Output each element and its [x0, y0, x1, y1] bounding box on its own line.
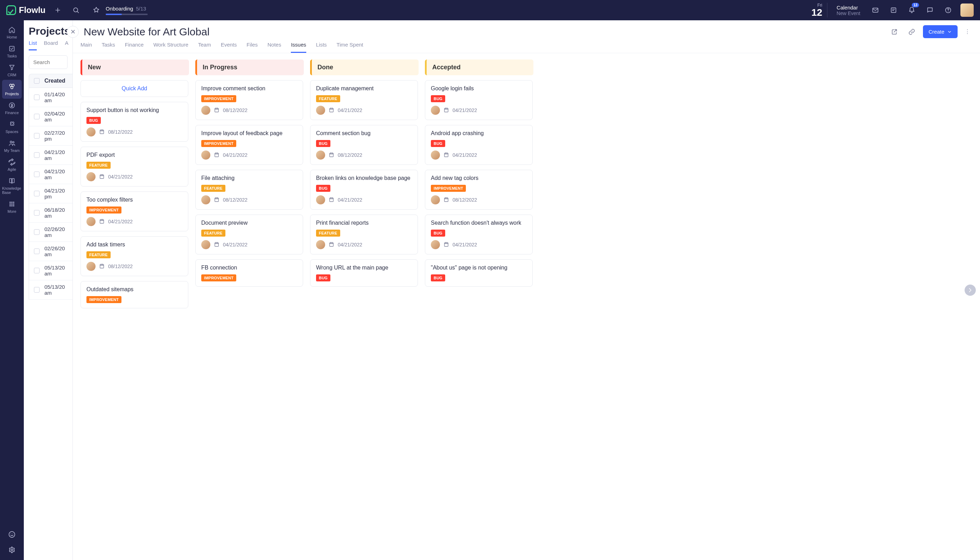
project-list-row[interactable]: 01/14/20am: [29, 88, 72, 107]
project-list-row[interactable]: 06/18/20am: [29, 203, 72, 223]
mail-button[interactable]: [869, 4, 881, 16]
row-checkbox[interactable]: [34, 133, 40, 138]
issue-card[interactable]: FB connectionIMPROVEMENT: [195, 259, 303, 287]
project-list-row[interactable]: 02/26/20am: [29, 223, 72, 242]
project-tab-team[interactable]: Team: [198, 42, 211, 53]
project-list-row[interactable]: 02/27/20pm: [29, 127, 72, 146]
project-tab-files[interactable]: Files: [247, 42, 258, 53]
projects-tab-board[interactable]: Board: [44, 40, 58, 50]
calendar-widget[interactable]: Calendar New Event: [834, 5, 863, 16]
created-column-header[interactable]: Created: [45, 78, 65, 84]
row-checkbox[interactable]: [34, 95, 40, 100]
issue-card[interactable]: Comment section bugBUG08/12/2022: [310, 125, 418, 165]
project-tab-tasks[interactable]: Tasks: [102, 42, 115, 53]
sidenav-item-knowledge-base[interactable]: Knowledge Base: [2, 174, 22, 197]
assignee-avatar: [431, 106, 440, 115]
issue-card[interactable]: Duplicate managementFEATURE04/21/2022: [310, 80, 418, 120]
project-tab-finance[interactable]: Finance: [125, 42, 143, 53]
issue-card[interactable]: Google login failsBUG04/21/2022: [425, 80, 533, 120]
row-checkbox[interactable]: [34, 268, 40, 273]
projects-icon: [8, 83, 16, 90]
select-all-checkbox[interactable]: [34, 78, 40, 83]
sidenav-item-finance[interactable]: Finance: [2, 99, 22, 118]
close-project-button[interactable]: ✕: [67, 26, 79, 38]
onboarding-widget[interactable]: Onboarding 5/13: [90, 4, 148, 16]
notes-button[interactable]: [888, 4, 900, 16]
sidenav-item-projects[interactable]: Projects: [2, 80, 22, 99]
sidenav-item-my-team[interactable]: My Team: [2, 137, 22, 155]
row-checkbox[interactable]: [34, 191, 40, 197]
issue-card[interactable]: Wrong URL at the main pageBUG: [310, 259, 418, 287]
project-list-row[interactable]: 05/13/20am: [29, 261, 72, 280]
column-header[interactable]: Accepted: [425, 60, 533, 75]
project-tab-issues[interactable]: Issues: [291, 42, 306, 53]
project-list-row[interactable]: 02/26/20am: [29, 242, 72, 261]
link-button[interactable]: [905, 25, 918, 38]
issue-card[interactable]: "About us" page is not openingBUG: [425, 259, 533, 287]
issue-card[interactable]: Add task timersFEATURE08/12/2022: [80, 236, 188, 276]
open-external-button[interactable]: [888, 25, 900, 38]
add-button[interactable]: [52, 4, 64, 16]
issue-card[interactable]: Print financial reportsFEATURE04/21/2022: [310, 215, 418, 255]
settings-button[interactable]: [6, 544, 18, 556]
issue-card[interactable]: Too complex filtersIMPROVEMENT04/21/2022: [80, 192, 188, 232]
search-input[interactable]: [29, 55, 68, 69]
project-tab-lists[interactable]: Lists: [316, 42, 327, 53]
project-tab-notes[interactable]: Notes: [267, 42, 281, 53]
feedback-button[interactable]: [6, 528, 18, 540]
row-checkbox[interactable]: [34, 248, 40, 254]
search-button[interactable]: [70, 4, 82, 16]
date-widget[interactable]: Fri 12: [811, 3, 827, 18]
issue-card[interactable]: Document previewFEATURE04/21/2022: [195, 215, 303, 255]
sidenav-item-tasks[interactable]: Tasks: [2, 42, 22, 61]
projects-tab-a[interactable]: A: [65, 40, 68, 50]
sidenav-item-more[interactable]: More: [2, 197, 22, 216]
projects-list-header[interactable]: Created: [29, 74, 72, 88]
row-checkbox[interactable]: [34, 172, 40, 177]
project-list-row[interactable]: 04/21/20pm: [29, 184, 72, 203]
project-list-row[interactable]: 04/21/20am: [29, 146, 72, 165]
column-header[interactable]: Done: [310, 60, 418, 75]
project-tab-time-spent[interactable]: Time Spent: [337, 42, 363, 53]
scroll-right-button[interactable]: [965, 285, 976, 296]
sidenav-item-home[interactable]: Home: [2, 23, 22, 42]
issue-card[interactable]: Support button is not workingBUG08/12/20…: [80, 102, 188, 142]
issue-card[interactable]: Outdated sitemapsIMPROVEMENT: [80, 281, 188, 308]
help-button[interactable]: [942, 4, 954, 16]
project-tab-events[interactable]: Events: [221, 42, 237, 53]
sidenav-item-crm[interactable]: CRM: [2, 61, 22, 80]
column-header[interactable]: In Progress: [195, 60, 304, 75]
user-avatar[interactable]: [960, 3, 974, 17]
project-list-row[interactable]: 04/21/20am: [29, 165, 72, 184]
issue-card[interactable]: File attachingFEATURE08/12/2022: [195, 170, 303, 210]
issue-card[interactable]: Improve comment sectionIMPROVEMENT08/12/…: [195, 80, 303, 120]
projects-tab-list[interactable]: List: [29, 40, 37, 50]
row-checkbox[interactable]: [34, 287, 40, 293]
quick-add-button[interactable]: Quick Add: [80, 80, 188, 97]
issue-card[interactable]: Android app crashingBUG04/21/2022: [425, 125, 533, 165]
project-more-button[interactable]: ⋮: [962, 28, 972, 35]
issue-card[interactable]: Add new tag colorsIMPROVEMENT08/12/2022: [425, 170, 533, 210]
column-header[interactable]: New: [80, 60, 189, 75]
create-button[interactable]: Create: [923, 25, 958, 38]
notifications-button[interactable]: 13: [906, 4, 918, 16]
row-checkbox[interactable]: [34, 152, 40, 158]
row-checkbox[interactable]: [34, 210, 40, 216]
project-tab-main[interactable]: Main: [80, 42, 92, 53]
project-tab-work-structure[interactable]: Work Structure: [153, 42, 188, 53]
issue-card[interactable]: Broken links on knowledge base pageBUG04…: [310, 170, 418, 210]
sidenav-item-agile[interactable]: Agile: [2, 155, 22, 174]
sidenav-item-spaces[interactable]: Spaces: [2, 118, 22, 137]
chat-button[interactable]: [924, 4, 936, 16]
card-tag: FEATURE: [87, 162, 111, 169]
brand-logo[interactable]: Flowlu: [6, 5, 45, 15]
row-created: 05/13/20am: [45, 284, 65, 296]
row-checkbox[interactable]: [34, 229, 40, 235]
project-list-row[interactable]: 05/13/20am: [29, 280, 72, 300]
project-list-row[interactable]: 02/04/20am: [29, 107, 72, 127]
issue-card[interactable]: Search function doesn't always workBUG04…: [425, 215, 533, 255]
card-tag: BUG: [431, 140, 445, 147]
issue-card[interactable]: Improve layout of feedback pageIMPROVEME…: [195, 125, 303, 165]
row-checkbox[interactable]: [34, 114, 40, 119]
issue-card[interactable]: PDF exportFEATURE04/21/2022: [80, 147, 188, 187]
